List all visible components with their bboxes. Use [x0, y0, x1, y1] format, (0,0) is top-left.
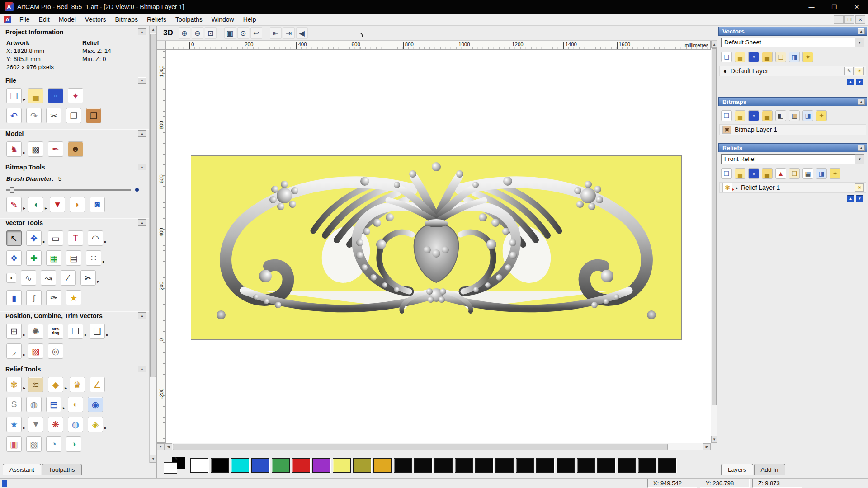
zoom-in-button[interactable]: ⊕: [179, 27, 190, 39]
load-relief-flyout[interactable]: ▸: [23, 150, 25, 155]
clip-relief-icon[interactable]: ▥: [6, 436, 22, 452]
greyscale-model-icon[interactable]: ▩: [28, 141, 43, 157]
close-button[interactable]: ✕: [845, 0, 868, 14]
mdi-close-button[interactable]: ✕: [855, 15, 865, 24]
scrollbar-thumb[interactable]: [173, 444, 668, 450]
palette-swatch-18[interactable]: [557, 458, 575, 473]
node-editing-icon[interactable]: ✂: [80, 270, 96, 286]
bitmap-contrast-icon[interactable]: ◧: [775, 110, 786, 121]
tab-assistant[interactable]: Assistant: [3, 464, 41, 475]
cut-icon[interactable]: ✂: [46, 108, 61, 123]
slider-track[interactable]: [6, 189, 131, 191]
relief-artwork[interactable]: [191, 155, 682, 340]
bitmap-adjust-icon[interactable]: ▥: [789, 110, 800, 121]
measure-tool-icon[interactable]: ◠: [88, 230, 103, 246]
paint-brush-icon[interactable]: ✎: [6, 197, 22, 212]
transform-vectors-icon[interactable]: ✥: [26, 230, 42, 246]
star-wizard-flyout[interactable]: ▸: [23, 425, 25, 430]
undo-icon[interactable]: ↶: [6, 108, 22, 123]
zoom-window-button[interactable]: ⊡: [205, 27, 217, 39]
relief-grid-icon[interactable]: ▦: [802, 168, 813, 179]
new-model-flyout[interactable]: ▸: [23, 97, 25, 102]
brush-diameter-slider[interactable]: [6, 187, 142, 193]
vertical-scrollbar[interactable]: ▲ ▼: [711, 41, 717, 443]
palette-swatch-11[interactable]: [414, 458, 432, 473]
maximize-button[interactable]: ❐: [823, 0, 845, 14]
colour-picker-icon[interactable]: ▼: [50, 197, 65, 212]
shape-editor-icon[interactable]: ✾: [6, 377, 22, 392]
collapse-button[interactable]: ▲: [858, 145, 865, 151]
menu-vectors[interactable]: Vectors: [80, 14, 111, 26]
import-bitmap-icon[interactable]: ▄: [762, 110, 773, 121]
save-relief-layer-icon[interactable]: ▫: [748, 168, 759, 179]
mirror-relief-icon[interactable]: ◑: [66, 436, 81, 452]
palette-swatch-6[interactable]: [312, 458, 330, 473]
scrollbar-thumb[interactable]: [150, 34, 156, 377]
menu-window[interactable]: Window: [207, 14, 239, 26]
redo-icon[interactable]: ↷: [26, 108, 42, 123]
transform-vectors-flyout[interactable]: ▸: [43, 239, 45, 244]
scale-relief-icon[interactable]: ▧: [26, 436, 42, 452]
relief-layer-tool-flyout[interactable]: ▸: [63, 405, 65, 410]
offset-relief-icon[interactable]: ◔: [46, 436, 61, 452]
2d-view[interactable]: [166, 50, 711, 443]
pan-left-button[interactable]: ⇤: [270, 27, 282, 39]
horizontal-scrollbar[interactable]: ▸ ◀ ▶: [157, 443, 711, 450]
move-layer-down-button[interactable]: ▼: [856, 195, 863, 202]
layer-colour-dot[interactable]: ●: [723, 68, 727, 75]
layer-visibility-icon[interactable]: ☀: [855, 183, 864, 192]
dropdown-arrow-icon[interactable]: ▼: [855, 38, 864, 47]
collapse-button[interactable]: ▲: [138, 164, 146, 170]
palette-swatch-0[interactable]: [190, 458, 208, 473]
create-rectangle-icon[interactable]: ▭: [48, 230, 63, 246]
menu-help[interactable]: Help: [239, 14, 261, 26]
sculpt-relief-icon[interactable]: S: [6, 397, 22, 412]
merge-bitmap-layers-icon[interactable]: ✦: [816, 110, 827, 121]
new-bitmap-layer-icon[interactable]: ❏: [721, 110, 732, 121]
relief-layer-name[interactable]: Relief Layer 1: [741, 184, 855, 191]
new-model-icon[interactable]: ❏: [6, 88, 22, 103]
move-layer-down-button[interactable]: ▼: [856, 79, 863, 85]
zoom-1to1-button[interactable]: ⊙: [237, 27, 249, 39]
scroll-up-button[interactable]: ▲: [150, 26, 157, 33]
paste-icon[interactable]: ❒: [86, 108, 101, 123]
palette-swatch-14[interactable]: [475, 458, 493, 473]
flood-fill-flyout[interactable]: ▸: [45, 206, 47, 211]
flood-fill-icon[interactable]: ◖: [28, 197, 43, 212]
pane-nub-button[interactable]: ▸: [157, 443, 165, 450]
copy-along-curve-flyout[interactable]: ▸: [106, 332, 108, 337]
relief-layer-tool-icon[interactable]: ▤: [46, 397, 61, 412]
collapse-button[interactable]: ▲: [858, 99, 865, 105]
grid-tool-icon[interactable]: ▤: [66, 250, 81, 266]
palette-swatch-9[interactable]: [373, 458, 392, 473]
palette-swatch-19[interactable]: [577, 458, 595, 473]
minimize-button[interactable]: —: [800, 0, 823, 14]
import-vectors-icon[interactable]: ▄: [762, 52, 773, 62]
tab-layers[interactable]: Layers: [721, 464, 753, 475]
palette-icon[interactable]: ◗: [70, 197, 85, 212]
scroll-right-button[interactable]: ▶: [703, 443, 711, 450]
palette-swatch-8[interactable]: [353, 458, 371, 473]
zoom-out-button[interactable]: ⊖: [192, 27, 203, 39]
bitmap-layer-name[interactable]: Bitmap Layer 1: [735, 126, 864, 133]
expander-icon[interactable]: ▸: [736, 185, 738, 190]
star-wizard-icon[interactable]: ★: [6, 417, 22, 432]
scroll-up-button[interactable]: ▲: [711, 41, 717, 48]
arc-tool-icon[interactable]: ʃ: [26, 290, 42, 305]
text-panel-icon[interactable]: ▦: [46, 250, 61, 266]
trim-vectors-flyout[interactable]: ▸: [23, 352, 25, 357]
shape-editor-flyout[interactable]: ▸: [23, 385, 25, 390]
clear-relief-layer-icon[interactable]: ◨: [816, 168, 827, 179]
edit-layer-icon[interactable]: ✎: [844, 67, 854, 75]
turn-relief-icon[interactable]: ❋: [48, 417, 63, 432]
open-vector-file-icon[interactable]: ▄: [735, 52, 745, 62]
merge-vector-layers-icon[interactable]: ✦: [802, 52, 813, 62]
smooth-relief-icon[interactable]: ≋: [28, 377, 43, 392]
palette-swatch-22[interactable]: [638, 458, 656, 473]
open-bitmap-file-icon[interactable]: ▄: [735, 110, 745, 121]
import-relief-icon[interactable]: ▄: [762, 168, 773, 179]
mdi-restore-button[interactable]: ❐: [844, 15, 854, 24]
clear-vector-layer-icon[interactable]: ◨: [789, 52, 800, 62]
palette-swatch-17[interactable]: [536, 458, 554, 473]
collapse-button[interactable]: ▲: [138, 28, 146, 35]
